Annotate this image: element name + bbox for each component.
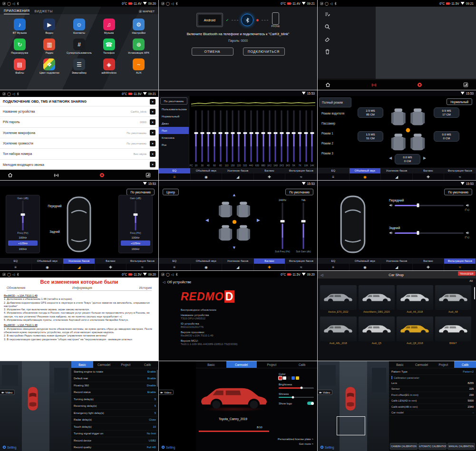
freq-option[interactable]: 100Hz xyxy=(121,235,150,240)
back-icon[interactable]: ◁ xyxy=(12,92,15,96)
obd-row[interactable]: Усиление микрофона По умолчанию ▼ xyxy=(0,127,158,138)
filter-slider[interactable] xyxy=(395,232,464,234)
right-arrow-icon[interactable]: ▶ xyxy=(423,156,426,160)
default-button[interactable]: По умолчанию xyxy=(444,189,472,195)
audio-tab[interactable]: Усиление басов ◢ xyxy=(222,168,254,180)
edit-list-icon[interactable] xyxy=(324,11,330,18)
freq-option[interactable]: 100Hz xyxy=(8,235,38,240)
audio-tab[interactable]: Усиление басов ◢ xyxy=(381,168,413,180)
app-icon[interactable]: ◈ adbWireless xyxy=(94,58,124,74)
eq-band-slider[interactable]: 40 xyxy=(205,109,212,167)
search-icon[interactable] xyxy=(324,24,330,30)
eq-band-slider[interactable]: 2K5 xyxy=(279,109,285,167)
calib-row[interactable]: Sensor 225 xyxy=(389,386,476,393)
delay-front-right[interactable]: 0.5 MS 17 CM xyxy=(434,107,459,118)
car-item[interactable]: BMW7 xyxy=(435,317,472,345)
eq-slider-knob[interactable] xyxy=(280,132,283,134)
color-swatch[interactable] xyxy=(279,376,282,380)
eq-band-slider[interactable]: 150 xyxy=(230,109,236,167)
audio-tab[interactable]: Усиление басов ◢ xyxy=(222,259,254,270)
app-icon[interactable]: ▤ Файлы xyxy=(5,58,35,74)
car-item[interactable]: Audi_A8 xyxy=(435,285,472,313)
calibration-button[interactable]: CAMERA CALIBRATION xyxy=(390,443,418,450)
recent-apps-icon[interactable] xyxy=(161,273,165,276)
down-arrow-icon[interactable]: ▼ xyxy=(232,245,236,250)
mode-item[interactable]: Режим водителя xyxy=(318,108,353,118)
obd-row[interactable]: Мелодия входящего звонка ▼ xyxy=(0,159,158,170)
home-icon[interactable] xyxy=(325,82,330,87)
setting-row[interactable]: Starting engine to rotate Enable xyxy=(71,368,158,375)
left-arrow-icon[interactable]: ◀ xyxy=(205,218,209,222)
app-icon[interactable]: ▥ Радио xyxy=(35,38,65,54)
back-icon[interactable]: ◁ xyxy=(12,273,15,276)
tab-widgets[interactable]: ВИДЖЕТЫ xyxy=(34,10,53,14)
eq-preset[interactable]: По умолчанию xyxy=(160,97,187,105)
eq-band-slider[interactable]: 30 xyxy=(199,109,205,167)
app-icon[interactable]: ♪ БТ Музыка xyxy=(5,19,35,34)
video-tab[interactable]: Video xyxy=(159,390,174,395)
eq-band-slider[interactable]: 630 xyxy=(254,109,260,167)
camera-tab[interactable]: Carmodel xyxy=(93,361,115,368)
delay-center[interactable]: 0.0 MS 0 CM xyxy=(395,154,420,164)
mode-item[interactable]: Режим 1 xyxy=(318,128,353,138)
screen-layout-icon[interactable] xyxy=(463,82,468,87)
car-item[interactable]: Audi_A8L_2018 xyxy=(320,317,357,345)
video-tab[interactable]: Video xyxy=(318,390,332,395)
delay-rear-right[interactable]: 0.0 MS 0 CM xyxy=(434,131,459,142)
audio-tab[interactable]: Объёмный звук ◉ xyxy=(191,259,223,270)
mode-item[interactable]: Режим 2 xyxy=(318,138,353,148)
mode-preset-button[interactable]: Нормальный xyxy=(447,98,472,105)
mode-item[interactable]: Полный режим xyxy=(319,97,351,107)
home-icon[interactable] xyxy=(8,173,13,178)
dropdown-button[interactable]: ▼ xyxy=(150,130,155,135)
slider-knob[interactable] xyxy=(301,387,303,389)
app-icon[interactable]: ❖ Цвет подсветки xyxy=(35,58,65,74)
calibration-button[interactable]: MANUAL CALIBRATION xyxy=(447,443,475,450)
model-link[interactable]: Get more > xyxy=(278,442,313,445)
recent-apps-icon[interactable] xyxy=(2,2,6,5)
eq-band-slider[interactable]: 10K xyxy=(303,109,309,167)
mode-item[interactable]: Пассажир xyxy=(318,118,353,128)
eq-slider-knob[interactable] xyxy=(304,132,308,134)
freq-option[interactable]: +125Hz xyxy=(8,240,38,246)
center-button[interactable]: Центр xyxy=(163,189,179,195)
setting-row[interactable]: Reversing delay(s) 5 xyxy=(71,403,158,410)
eq-slider-knob[interactable] xyxy=(219,132,223,134)
audio-tab[interactable]: Фильтрация басов ≈ xyxy=(444,259,476,270)
audio-tab[interactable]: Баланс ✚ xyxy=(413,259,445,270)
eq-slider-knob[interactable] xyxy=(231,132,234,134)
pattern-row[interactable]: Pattern Type Pattern2 xyxy=(389,368,476,375)
obd-row[interactable]: Усиление громкости По умолчанию ▼ xyxy=(0,138,158,148)
setting-row[interactable]: Floating 360 Disable xyxy=(71,382,158,389)
app-icon[interactable]: ♫ Музыка xyxy=(94,19,124,34)
car-item[interactable]: Audi_Q5 xyxy=(359,317,395,345)
obd-row[interactable]: Тон набора номера Без звука ▼ xyxy=(0,148,158,159)
setting-row[interactable]: Emergency light delay(s) 5 xyxy=(71,410,158,417)
setting-row[interactable]: Turning delay(s) 5 xyxy=(71,396,158,403)
eraser-icon[interactable] xyxy=(324,36,330,42)
calib-row[interactable]: Calib LEN(AD in mm) 5000 xyxy=(389,398,476,404)
filter-knob[interactable] xyxy=(417,231,419,235)
slider-knob[interactable] xyxy=(301,220,306,222)
up-arrow-icon[interactable]: ▲ xyxy=(232,192,236,197)
audio-tab[interactable]: Фильтрация басов ≈ xyxy=(285,259,317,270)
filter-knob[interactable] xyxy=(417,203,419,207)
audio-tab[interactable]: EQ ≡ xyxy=(318,168,350,180)
brightness-slider[interactable] xyxy=(279,387,314,389)
camera-tab[interactable]: Calib xyxy=(454,361,476,368)
eq-slider-knob[interactable] xyxy=(286,132,290,134)
color-swatch[interactable] xyxy=(283,376,286,380)
connect-button[interactable]: ПОДКЛЮЧИТЬСЯ xyxy=(243,48,285,56)
freq-option[interactable]: 160Hz xyxy=(8,246,38,251)
app-icon[interactable]: ⚙ Настройки xyxy=(124,19,154,34)
dropdown-button[interactable]: ▼ xyxy=(150,99,155,105)
obd-row[interactable]: Название устройства CarKit_blink ▼ xyxy=(0,106,158,116)
camera-tab[interactable]: Basic xyxy=(389,361,411,368)
eq-slider-knob[interactable] xyxy=(243,132,247,134)
recent-apps-icon[interactable] xyxy=(2,92,6,96)
changelog-tab[interactable]: Информация xyxy=(72,286,92,289)
home-circle-icon[interactable]: ◯ xyxy=(7,273,11,276)
car-item[interactable]: Audi_A6_2018 xyxy=(397,285,433,313)
audio-tab[interactable]: EQ ≡ xyxy=(159,259,191,270)
home-circle-icon[interactable]: ◯ xyxy=(7,92,11,96)
